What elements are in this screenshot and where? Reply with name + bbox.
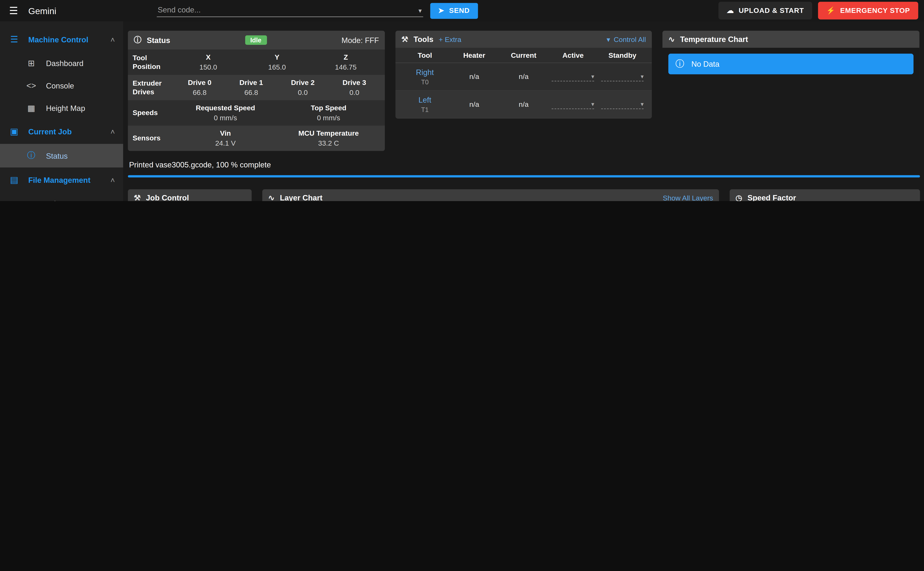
section-label: Current Job	[28, 127, 102, 136]
nav-label: Jobs	[46, 199, 62, 201]
status-panel-header: ⓘ Status Idle Mode: FFF	[128, 31, 385, 49]
tool-name-link[interactable]: Left	[400, 96, 450, 105]
chevron-up-icon: ˄	[111, 176, 115, 184]
speeds-row: Speeds Requested Speed0 mm/s Top Speed0 …	[128, 100, 385, 126]
app-title: Gemini	[28, 6, 56, 15]
info-icon: ⓘ	[26, 150, 37, 161]
drive-1: Drive 166.8	[225, 79, 277, 97]
heater-value: n/a	[450, 73, 499, 81]
gemini-app: ☰ Gemini ▾ ➤ SEND ☁ UPLOAD & START ⚡ EME…	[0, 0, 924, 201]
tool-code: T1	[400, 106, 450, 113]
drive-0: Drive 066.8	[174, 79, 225, 97]
status-badge: Idle	[245, 35, 267, 45]
sensors-row: Sensors Vin24.1 V MCU Temperature33.2 C	[128, 126, 385, 151]
nav-label: Console	[46, 81, 74, 90]
sidebar-section-current-job[interactable]: ▣ Current Job ˄	[0, 119, 123, 144]
sidebar-item-height-map[interactable]: ▦ Height Map	[0, 97, 123, 119]
tools-table-header: Tool Heater Current Active Standby	[396, 48, 652, 63]
tools-table: Tool Heater Current Active Standby Right…	[396, 48, 652, 119]
caret-down-icon: ▾	[641, 73, 644, 80]
section-label: Machine Control	[28, 35, 102, 44]
bolt-icon: ⚡	[827, 6, 836, 15]
standby-temp-select[interactable]: ▾	[601, 101, 644, 109]
print-progress-text: Printed vase3005.gcode, 100 % complete	[129, 160, 920, 169]
drive-3: Drive 30.0	[329, 79, 380, 97]
layer-chart-header: ∿ Layer Chart Show All Layers	[262, 189, 719, 201]
chevron-up-icon: ˄	[111, 127, 115, 136]
drive-2: Drive 20.0	[277, 79, 328, 97]
chart-line-icon: ∿	[668, 35, 675, 44]
wrench-icon: ⚒	[134, 193, 140, 201]
estop-label: EMERGENCY STOP	[840, 6, 910, 15]
sidebar-item-dashboard[interactable]: ⊞ Dashboard	[0, 52, 123, 74]
emergency-stop-button[interactable]: ⚡ EMERGENCY STOP	[818, 2, 918, 20]
sidebar-item-jobs[interactable]: ▶ Jobs	[0, 192, 123, 201]
temperature-chart-title: Temperature Chart	[680, 35, 748, 44]
hamburger-menu-icon[interactable]: ☰	[6, 5, 21, 17]
job-control-title: Job Control	[146, 193, 189, 201]
tool-name-link[interactable]: Right	[400, 68, 450, 77]
gcode-input[interactable]	[157, 5, 417, 14]
send-label: SEND	[449, 6, 470, 15]
tool-row-t1: Left T1 n/a n/a ▾ ▾	[396, 91, 652, 119]
temperature-chart-panel: ∿ Temperature Chart ⓘ No Data	[662, 31, 919, 80]
tools-panel: ⚒ Tools + Extra ▾ Control All Tool Heate…	[396, 31, 652, 119]
col-standby: Standby	[598, 51, 647, 60]
tools-title: Tools	[414, 35, 433, 44]
standby-temp-select[interactable]: ▾	[601, 73, 644, 82]
send-button[interactable]: ➤ SEND	[430, 3, 478, 19]
sidebar-item-console[interactable]: <> Console	[0, 74, 123, 97]
active-temp-select[interactable]: ▾	[552, 73, 594, 82]
print-progress-fill	[128, 175, 920, 177]
extra-link[interactable]: + Extra	[439, 35, 461, 43]
send-icon: ➤	[438, 6, 445, 15]
no-data-alert: ⓘ No Data	[668, 54, 913, 74]
row-label: Tool Position	[132, 53, 174, 71]
control-all-link[interactable]: Control All	[614, 35, 646, 43]
nav-label: Height Map	[46, 103, 85, 113]
col-current: Current	[499, 51, 548, 60]
col-tool: Tool	[400, 51, 450, 60]
speed-factor-header: ◷ Speed Factor	[730, 189, 920, 201]
job-control-header: ⚒ Job Control	[128, 189, 252, 201]
sidebar: ☰ Machine Control ˄ ⊞ Dashboard <> Conso…	[0, 21, 123, 201]
top-speed: Top Speed0 mm/s	[277, 104, 380, 122]
sidebar-section-machine-control[interactable]: ☰ Machine Control ˄	[0, 27, 123, 52]
active-temp-select[interactable]: ▾	[552, 101, 594, 109]
sidebar-item-status[interactable]: ⓘ Status	[0, 144, 123, 168]
chevron-up-icon: ˄	[111, 35, 115, 44]
code-icon: <>	[26, 81, 37, 90]
upload-label: UPLOAD & START	[739, 6, 804, 15]
print-progress-bar	[128, 175, 920, 177]
job-control-panel: ⚒ Job Control ❚❚ PAUSE PRINT ↻ PRINT AGA…	[128, 189, 252, 201]
tool-row-t0: Right T0 n/a n/a ▾ ▾	[396, 63, 652, 91]
mcu-temperature: MCU Temperature33.2 C	[277, 129, 380, 148]
main-content: ⓘ Status Idle Mode: FFF Tool Position X1…	[123, 21, 924, 201]
axis-x: X150.0	[174, 53, 243, 71]
nav-label: Status	[46, 151, 68, 160]
tool-code: T0	[400, 79, 450, 86]
cloud-upload-icon: ☁	[727, 6, 734, 15]
heater-value: n/a	[450, 100, 499, 109]
current-value: n/a	[499, 73, 548, 81]
col-active: Active	[548, 51, 598, 60]
show-all-layers-link[interactable]: Show All Layers	[663, 194, 713, 201]
printer-icon: ▣	[8, 126, 20, 137]
gcode-history-caret-icon[interactable]: ▾	[417, 7, 423, 15]
grid-icon: ▦	[26, 103, 37, 113]
caret-down-icon: ▾	[591, 101, 594, 107]
play-icon: ▶	[26, 199, 37, 201]
col-heater: Heater	[450, 51, 499, 60]
status-badge-wrap: Idle	[245, 35, 267, 45]
info-icon: ⓘ	[134, 35, 142, 45]
tools-panel-header: ⚒ Tools + Extra ▾ Control All	[396, 31, 652, 48]
topbar-right: ☁ UPLOAD & START ⚡ EMERGENCY STOP	[719, 2, 918, 20]
machine-mode: Mode: FFF	[342, 36, 379, 45]
sidebar-section-file-management[interactable]: ▤ File Management ˄	[0, 167, 123, 192]
info-icon: ⓘ	[675, 59, 684, 69]
caret-down-icon: ▾	[591, 73, 594, 80]
layer-chart-title: Layer Chart	[280, 193, 322, 201]
upload-start-button[interactable]: ☁ UPLOAD & START	[719, 2, 812, 20]
gauge-icon: ◷	[736, 193, 742, 201]
folder-icon: ▤	[8, 174, 20, 185]
